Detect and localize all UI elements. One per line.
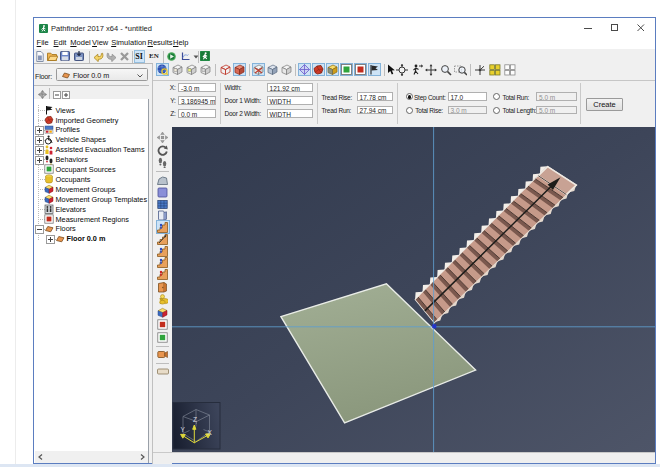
- svg-text:X: X: [208, 429, 213, 436]
- svg-text:Z: Z: [193, 416, 197, 423]
- svg-text:Y: Y: [181, 426, 186, 433]
